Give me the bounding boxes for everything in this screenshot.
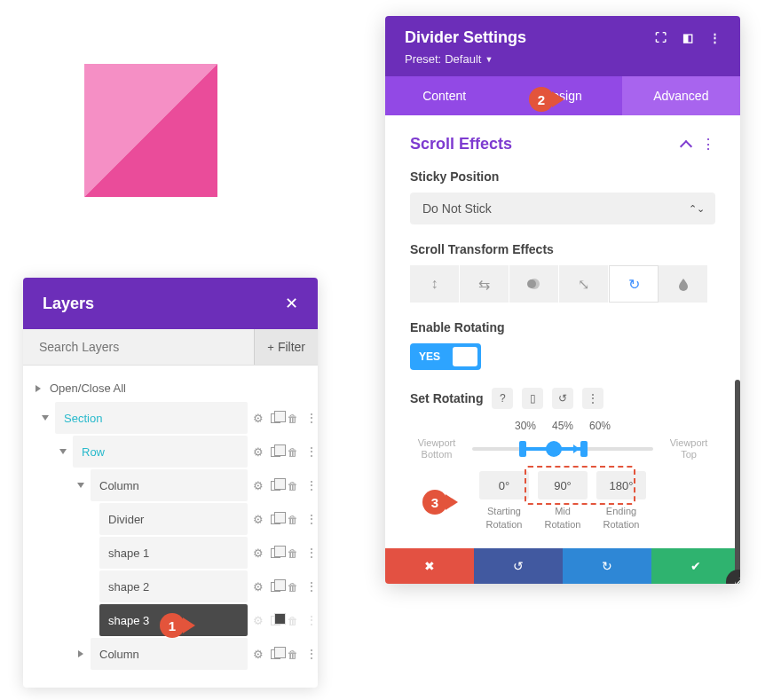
scale-icon[interactable]: ⤡ — [559, 265, 609, 303]
rotation-slider[interactable]: Viewport Bottom Viewport Top — [410, 437, 715, 460]
blur-icon[interactable] — [659, 265, 708, 303]
layer-row-shape1[interactable]: shape 1 — [23, 537, 318, 569]
horizontal-motion-icon[interactable]: ⇆ — [460, 265, 509, 303]
trash-icon[interactable] — [288, 580, 298, 594]
viewport-top-label: Viewport Top — [662, 437, 715, 460]
layers-header: Layers ✕ — [23, 278, 318, 329]
slider-handle-start[interactable] — [519, 441, 526, 457]
more-icon[interactable] — [305, 613, 309, 627]
gear-icon[interactable] — [253, 445, 264, 459]
layer-row-section[interactable]: Section — [23, 402, 318, 434]
annotation-marker-3: 3 — [422, 490, 458, 515]
tab-advanced[interactable]: Advanced — [622, 76, 740, 115]
help-icon[interactable]: ? — [492, 388, 513, 409]
svg-point-3 — [527, 279, 536, 288]
duplicate-icon[interactable] — [271, 481, 280, 491]
layer-row-row[interactable]: Row — [23, 436, 318, 468]
more-icon[interactable] — [305, 478, 309, 492]
more-icon[interactable] — [305, 512, 309, 526]
trash-icon[interactable] — [288, 445, 298, 459]
fade-icon[interactable] — [509, 265, 559, 303]
settings-header: Divider Settings ⛶ ◧ ⋮ Preset: Default ▼ — [385, 16, 740, 76]
undo-button[interactable]: ↺ — [474, 548, 563, 584]
close-icon[interactable]: ✕ — [285, 294, 298, 313]
layer-row-divider[interactable]: Divider — [23, 503, 318, 535]
percent-row: 30% 45% 60% — [410, 420, 715, 432]
trash-icon[interactable] — [288, 614, 298, 627]
more-icon[interactable] — [305, 647, 309, 661]
set-rotating-label: Set Rotating — [410, 391, 483, 405]
more-icon[interactable] — [305, 444, 309, 459]
chevron-down-icon — [59, 449, 67, 454]
rotation-end-input[interactable]: 180° — [596, 471, 646, 499]
more-icon[interactable] — [305, 411, 309, 425]
gear-icon[interactable] — [253, 479, 264, 492]
duplicate-icon[interactable] — [271, 447, 280, 457]
duplicate-icon[interactable] — [271, 413, 280, 423]
gear-icon[interactable] — [253, 614, 264, 627]
trash-icon[interactable] — [288, 479, 298, 492]
duplicate-icon[interactable] — [271, 515, 280, 524]
gear-icon[interactable] — [253, 547, 264, 560]
search-input[interactable] — [23, 329, 254, 365]
settings-footer: ✖ ↺ ↻ ✔ — [385, 548, 740, 584]
expand-icon[interactable]: ⛶ — [655, 31, 667, 44]
layer-row-column-2[interactable]: Column — [23, 638, 318, 670]
toggle-knob — [453, 347, 477, 366]
gear-icon[interactable] — [253, 648, 264, 661]
tab-content[interactable]: Content — [385, 76, 503, 115]
more-icon[interactable] — [305, 579, 309, 594]
trash-icon[interactable] — [288, 648, 298, 661]
enable-label: Enable Rotating — [410, 320, 715, 334]
layers-body: Open/Close All Section Row — [23, 366, 318, 688]
filter-button[interactable]: + Filter — [254, 329, 318, 365]
duplicate-icon[interactable] — [271, 616, 280, 625]
more-icon[interactable] — [305, 546, 309, 560]
triangle-icon — [36, 385, 41, 392]
select-caret-icon: ⌃⌄ — [689, 203, 705, 215]
cancel-button[interactable]: ✖ — [385, 548, 474, 584]
gear-icon[interactable] — [253, 513, 264, 526]
more-icon[interactable]: ⋮ — [709, 31, 721, 44]
caret-down-icon: ▼ — [485, 55, 493, 64]
redo-button[interactable]: ↻ — [563, 548, 651, 584]
scrollbar[interactable] — [735, 380, 740, 584]
shape-preview — [84, 64, 217, 197]
trash-icon[interactable] — [288, 513, 298, 526]
slider-handle-mid[interactable] — [546, 441, 562, 457]
slider-handle-end[interactable] — [580, 441, 588, 457]
duplicate-icon[interactable] — [271, 582, 280, 592]
chevron-right-icon — [78, 650, 83, 657]
settings-body: Scroll Effects ⋮ Sticky Position Do Not … — [385, 115, 740, 548]
slider-arrow-icon — [573, 444, 580, 453]
transform-label: Scroll Transform Effects — [410, 242, 715, 256]
trash-icon[interactable] — [288, 547, 298, 560]
layer-row-shape2[interactable]: shape 2 — [23, 570, 318, 602]
rotate-icon[interactable]: ↻ — [609, 265, 659, 303]
collapse-icon[interactable] — [680, 139, 692, 152]
section-title: Scroll Effects — [410, 135, 512, 153]
rotation-mid-input[interactable]: 90° — [538, 471, 588, 499]
device-icon[interactable]: ▯ — [522, 388, 543, 409]
settings-title: Divider Settings — [405, 28, 526, 47]
preset-selector[interactable]: Preset: Default ▼ — [405, 52, 721, 66]
more-icon[interactable]: ⋮ — [582, 388, 604, 409]
duplicate-icon[interactable] — [271, 649, 280, 659]
duplicate-icon[interactable] — [271, 548, 280, 558]
sticky-label: Sticky Position — [410, 169, 715, 184]
gear-icon[interactable] — [253, 412, 264, 425]
snap-icon[interactable]: ◧ — [682, 31, 693, 44]
trash-icon[interactable] — [288, 412, 298, 425]
layer-row-column-1[interactable]: Column — [23, 469, 318, 501]
chevron-down-icon — [77, 483, 84, 488]
reset-icon[interactable]: ↺ — [552, 388, 573, 409]
sticky-select[interactable]: Do Not Stick ⌃⌄ — [410, 193, 715, 224]
open-close-all[interactable]: Open/Close All — [23, 374, 318, 402]
enable-toggle[interactable]: YES — [410, 343, 481, 370]
gear-icon[interactable] — [253, 580, 264, 594]
vertical-motion-icon[interactable]: ↕ — [410, 265, 460, 303]
layers-title: Layers — [43, 295, 94, 313]
layers-search-row: + Filter — [23, 329, 318, 366]
more-icon[interactable]: ⋮ — [701, 136, 715, 153]
rotation-start-input[interactable]: 0° — [479, 471, 529, 499]
